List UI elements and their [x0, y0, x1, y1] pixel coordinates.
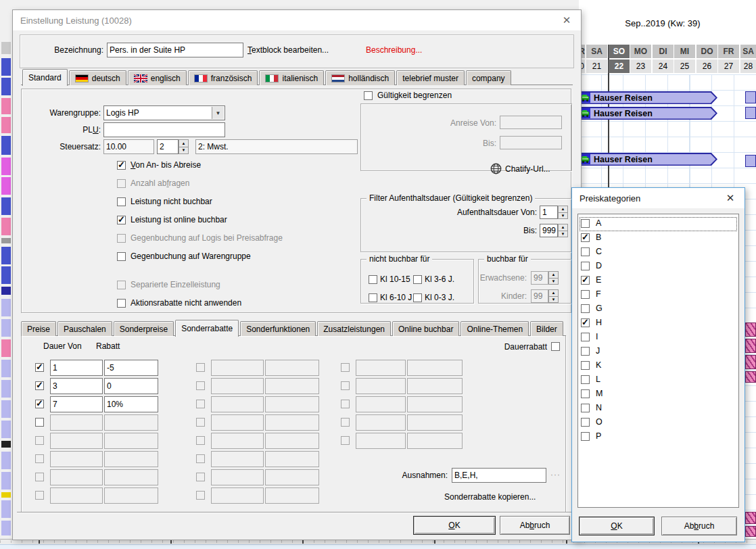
date-cell-27[interactable]: 27: [718, 59, 739, 73]
tab-telebrief-muster[interactable]: telebrief muster: [396, 70, 465, 85]
spin-down-icon[interactable]: [179, 147, 189, 155]
rabatt-left-row2-dauer-von-input[interactable]: 3: [50, 378, 103, 394]
rabatt-left-row3-rabatt-input[interactable]: 10%: [104, 396, 158, 412]
rabatt-left-row1-dauer-von-input[interactable]: 1: [50, 360, 103, 376]
close-icon[interactable]: ✕: [716, 188, 745, 208]
date-cell-26[interactable]: 26: [696, 59, 717, 73]
price-category-checkbox-j[interactable]: [581, 347, 590, 356]
reservation-bar[interactable]: Hauser Reisen: [579, 91, 717, 104]
day-header-sa[interactable]: SA: [740, 45, 756, 58]
dauerrabatt-checkbox[interactable]: [551, 342, 560, 351]
checkbox-leistung-nicht-buchbar[interactable]: [117, 197, 126, 206]
price-category-checkbox-o[interactable]: [581, 418, 590, 427]
price-category-row-p[interactable]: P: [580, 430, 737, 444]
tab-bilder[interactable]: Bilder: [530, 321, 563, 336]
price-category-checkbox-k[interactable]: [581, 361, 590, 370]
tab-deutsch[interactable]: deutsch: [69, 70, 126, 85]
price-category-checkbox-b[interactable]: [581, 233, 590, 242]
date-cell-28[interactable]: 28: [740, 59, 756, 73]
beschreibung-link[interactable]: Beschreibung...: [366, 45, 422, 55]
aufenthaltsdauer-von-input[interactable]: 1: [540, 206, 558, 219]
price-category-row-g[interactable]: G: [580, 302, 737, 316]
steuersatz-code-input[interactable]: 2: [157, 139, 179, 154]
tab-englisch[interactable]: englisch: [128, 70, 187, 85]
price-category-row-e[interactable]: E: [580, 274, 737, 288]
tab-standard[interactable]: Standard: [22, 69, 68, 86]
aufenthaltsdauer-bis-spinner[interactable]: [558, 224, 568, 237]
tab-company[interactable]: company: [466, 70, 511, 85]
reservation-bar[interactable]: Hauser Reisen: [579, 153, 717, 166]
price-category-row-o[interactable]: O: [580, 416, 737, 430]
price-category-checkbox-f[interactable]: [581, 290, 590, 299]
price-category-checkbox-n[interactable]: [581, 404, 590, 412]
tab-franzoesisch[interactable]: französisch: [188, 70, 258, 85]
spin-up-icon[interactable]: [558, 224, 568, 231]
tab-preise[interactable]: Preise: [21, 321, 56, 336]
checkbox-aktionsrabatte-nicht-anwenden[interactable]: [117, 299, 126, 308]
reservation-bar[interactable]: Hauser Reisen: [579, 107, 717, 120]
day-header-fr[interactable]: FR: [718, 45, 739, 58]
price-category-checkbox-a[interactable]: [581, 219, 590, 228]
rabatt-left-row3-dauer-von-input[interactable]: 7: [50, 396, 103, 412]
date-cell-25[interactable]: 25: [674, 59, 695, 73]
rabatt-left-row1-rabatt-input[interactable]: -5: [104, 360, 158, 376]
rabatt-left-row4-checkbox[interactable]: [35, 418, 44, 427]
rabatt-left-row1-checkbox[interactable]: [35, 363, 44, 372]
price-category-checkbox-p[interactable]: [581, 432, 590, 441]
day-header-mi[interactable]: MI: [674, 45, 695, 58]
day-header-do[interactable]: DO: [696, 45, 717, 58]
spin-up-icon[interactable]: [179, 139, 189, 147]
bezeichnung-input[interactable]: Pers. in der Suite HP: [107, 43, 243, 57]
rabatt-left-row2-checkbox[interactable]: [35, 381, 44, 390]
day-header-mo[interactable]: MO: [630, 45, 651, 58]
bottom-scroll-band[interactable]: [0, 544, 756, 549]
kl-10-15-checkbox[interactable]: [369, 275, 377, 284]
price-category-checkbox-m[interactable]: [581, 389, 590, 398]
tab-online-themen[interactable]: Online-Themen: [460, 321, 529, 336]
price-category-checkbox-e[interactable]: [581, 276, 590, 285]
price-category-row-j[interactable]: J: [580, 345, 737, 359]
tab-pauschalen[interactable]: Pauschalen: [57, 321, 112, 336]
day-header-sa[interactable]: SA: [586, 45, 607, 58]
tab-online-buchbar[interactable]: Online buchbar: [392, 321, 459, 336]
checkbox-von-an-bis-abreise[interactable]: [117, 161, 126, 170]
plu-input[interactable]: [103, 122, 225, 137]
kl-3-6-checkbox[interactable]: [413, 275, 422, 284]
price-category-row-n[interactable]: N: [580, 402, 737, 416]
ok-button[interactable]: OK: [579, 517, 655, 535]
ausnahmen-input[interactable]: B,E,H,: [452, 468, 546, 483]
tab-sonderfunktionen[interactable]: Sonderfunktionen: [240, 321, 316, 336]
aufenthaltsdauer-von-spinner[interactable]: [558, 206, 568, 219]
tab-sonderrabatte[interactable]: Sonderrabatte: [175, 320, 239, 337]
ok-button[interactable]: OK: [413, 516, 496, 535]
price-category-row-k[interactable]: K: [580, 359, 737, 373]
chevron-down-icon[interactable]: [212, 107, 224, 119]
date-cell-24[interactable]: 24: [653, 59, 674, 73]
tab-sonderpreise[interactable]: Sonderpreise: [114, 321, 174, 336]
price-category-checkbox-i[interactable]: [581, 333, 590, 341]
price-category-row-f[interactable]: F: [580, 288, 737, 302]
textblock-bearbeiten-link[interactable]: Textblock bearbeiten...: [247, 45, 329, 55]
price-category-row-i[interactable]: I: [580, 331, 737, 345]
day-header-so[interactable]: SO: [609, 45, 630, 58]
date-cell-23[interactable]: 23: [630, 59, 651, 73]
price-category-checkbox-d[interactable]: [581, 262, 590, 270]
close-icon[interactable]: ✕: [552, 10, 581, 30]
chatify-url-link[interactable]: Chatify-Url...: [505, 164, 550, 174]
spin-down-icon[interactable]: [558, 231, 568, 238]
price-category-row-d[interactable]: D: [580, 260, 737, 274]
dialog-titlebar[interactable]: Einstellung Leistung (10028): [13, 10, 581, 30]
date-cell-22[interactable]: 22: [609, 59, 630, 73]
tab-italienisch[interactable]: italienisch: [259, 70, 324, 85]
price-category-row-m[interactable]: M: [580, 387, 737, 402]
price-category-row-l[interactable]: L: [580, 373, 737, 387]
price-category-checkbox-h[interactable]: [581, 318, 590, 327]
rabatt-left-row2-rabatt-input[interactable]: 0: [104, 378, 158, 394]
price-category-row-h[interactable]: H: [580, 316, 737, 331]
price-category-checkbox-l[interactable]: [581, 375, 590, 384]
rabatt-left-row3-checkbox[interactable]: [35, 400, 44, 408]
spin-up-icon[interactable]: [558, 206, 568, 213]
ausnahmen-more-icon[interactable]: ···: [550, 470, 561, 479]
spin-down-icon[interactable]: [558, 213, 568, 220]
abbruch-button[interactable]: Abbruch: [661, 517, 737, 535]
